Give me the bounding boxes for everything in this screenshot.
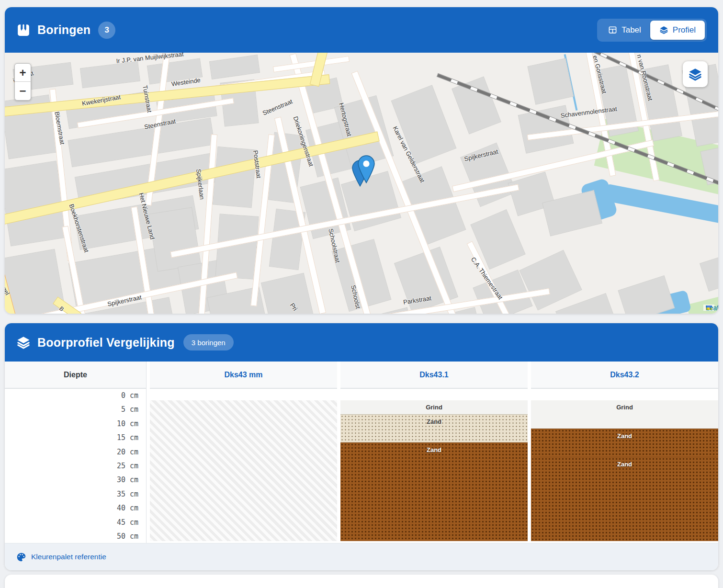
borehole-column-header: Dks43.2 — [531, 362, 718, 389]
borehole-profile-column — [150, 389, 337, 543]
map-building — [528, 59, 574, 104]
boringen-header: Boringen 3 Tabel Profiel — [5, 7, 718, 53]
map-building — [210, 55, 260, 79]
street-label: Schoolstraat — [327, 228, 341, 263]
profile-table-body: 0cm5cm10cm15cm20cm25cm30cm35cm40cm45cm50… — [5, 389, 718, 543]
map[interactable]: + − — [5, 53, 718, 314]
palette-icon — [16, 552, 26, 562]
depth-tick-unit: cm — [130, 461, 138, 471]
depth-tick: 35cm — [115, 489, 138, 499]
soil-layer-label: Zand — [531, 461, 718, 468]
soil-layer: Zand — [531, 429, 718, 457]
borehole-bars: GrindZandZand — [531, 400, 718, 541]
next-card-edge — [5, 575, 718, 588]
boringen-panel: Boringen 3 Tabel Profiel — [5, 7, 718, 314]
kleurenpalet-link-label: Kleurenpalet referentie — [31, 553, 106, 561]
map-building — [213, 147, 256, 208]
table-icon — [608, 25, 617, 34]
boorprofiel-panel: Boorprofiel Vergelijking 3 boringen Diep… — [5, 323, 718, 570]
soil-layer-label: Zand — [340, 446, 528, 453]
depth-tick-unit: cm — [130, 447, 138, 457]
tabel-button[interactable]: Tabel — [599, 21, 650, 40]
count-badge: 3 — [98, 22, 115, 39]
layers-icon — [688, 67, 702, 81]
depth-tick-unit: cm — [130, 405, 138, 414]
depth-tick-value: 15 — [115, 433, 125, 442]
borehole-bars: GrindZandZand — [340, 400, 528, 541]
depth-tick-unit: cm — [130, 419, 138, 429]
borehole-icon — [16, 23, 31, 37]
map-layers-button[interactable] — [683, 61, 708, 87]
depth-tick-unit: cm — [130, 475, 138, 485]
depth-tick-value: 5 — [115, 405, 125, 414]
layers-icon — [16, 335, 31, 350]
kleurenpalet-link[interactable]: Kleurenpalet referentie — [16, 552, 106, 562]
depth-tick-unit: cm — [130, 531, 138, 541]
map-attribution: Leaflet — [703, 305, 714, 311]
profile-footer: Kleurenpalet referentie — [5, 543, 718, 570]
tabel-button-label: Tabel — [621, 25, 641, 35]
depth-tick: 25cm — [115, 461, 138, 471]
borehole-column-header: Dks43 mm — [150, 362, 337, 389]
depth-tick: 50cm — [115, 531, 138, 541]
depth-tick-unit: cm — [130, 503, 138, 513]
depth-tick-value: 35 — [115, 489, 125, 499]
depth-tick: 20cm — [115, 447, 138, 457]
soil-layer-label: Grind — [531, 404, 718, 411]
no-data-hatch — [150, 400, 337, 541]
profiel-button-label: Profiel — [673, 25, 696, 35]
depth-tick-unit: cm — [130, 489, 138, 499]
depth-tick: 45cm — [115, 518, 138, 527]
depth-tick-value: 40 — [115, 503, 125, 513]
borehole-bars — [150, 400, 337, 541]
depth-tick-unit: cm — [130, 391, 138, 400]
soil-layer: Zand — [340, 414, 528, 442]
borehole-column-header: Dks43.1 — [340, 362, 528, 389]
layers-icon — [659, 25, 668, 34]
map-street — [273, 56, 350, 72]
depth-tick-value: 50 — [115, 531, 125, 541]
profile-table-header: Diepte Dks43 mmDks43.1Dks43.2 — [5, 362, 718, 389]
boringen-count-pill: 3 boringen — [183, 334, 234, 351]
depth-tick-value: 0 — [115, 391, 125, 400]
depth-tick: 10cm — [115, 419, 138, 429]
street-label: Steenstraat — [261, 98, 294, 117]
attribution-link[interactable]: Leaflet — [706, 304, 718, 312]
map-building — [261, 273, 313, 314]
borehole-profile-column: GrindZandZand — [531, 389, 718, 543]
depth-tick-value: 45 — [115, 518, 125, 527]
profile-panel-title: Boorprofiel Vergelijking — [37, 336, 175, 350]
depth-tick-unit: cm — [130, 433, 138, 442]
soil-layer-label: Zand — [340, 418, 528, 425]
map-marker[interactable] — [357, 155, 376, 183]
map-building — [392, 86, 456, 164]
soil-layer: Grind — [340, 400, 528, 414]
zoom-in-button[interactable]: + — [15, 64, 31, 82]
map-zoom-control: + − — [14, 63, 31, 101]
depth-tick: 0cm — [115, 391, 138, 400]
map-building — [619, 276, 675, 314]
page-title: Boringen — [37, 23, 90, 37]
depth-tick-unit: cm — [130, 518, 138, 527]
map-building — [80, 62, 140, 88]
soil-layer: Zand — [340, 442, 528, 541]
depth-tick: 15cm — [115, 433, 138, 442]
page: Boringen 3 Tabel Profiel — [5, 7, 718, 588]
view-toggle: Tabel Profiel — [597, 19, 707, 42]
depth-column-header: Diepte — [5, 362, 147, 389]
depth-tick-value: 25 — [115, 461, 125, 471]
depth-tick: 5cm — [115, 405, 138, 414]
depth-axis: 0cm5cm10cm15cm20cm25cm30cm35cm40cm45cm50… — [5, 389, 147, 543]
map-building — [149, 208, 201, 271]
depth-tick: 40cm — [115, 503, 138, 513]
profiel-button[interactable]: Profiel — [650, 21, 705, 40]
depth-tick-value: 20 — [115, 447, 125, 457]
map-building — [700, 255, 718, 291]
soil-layer-label: Grind — [340, 404, 528, 411]
panel-gap — [5, 314, 718, 323]
depth-tick-value: 30 — [115, 475, 125, 485]
boorprofiel-header: Boorprofiel Vergelijking 3 boringen — [5, 323, 718, 362]
soil-layer: Grind — [531, 400, 718, 429]
zoom-out-button[interactable]: − — [15, 82, 31, 100]
depth-tick-value: 10 — [115, 419, 125, 429]
